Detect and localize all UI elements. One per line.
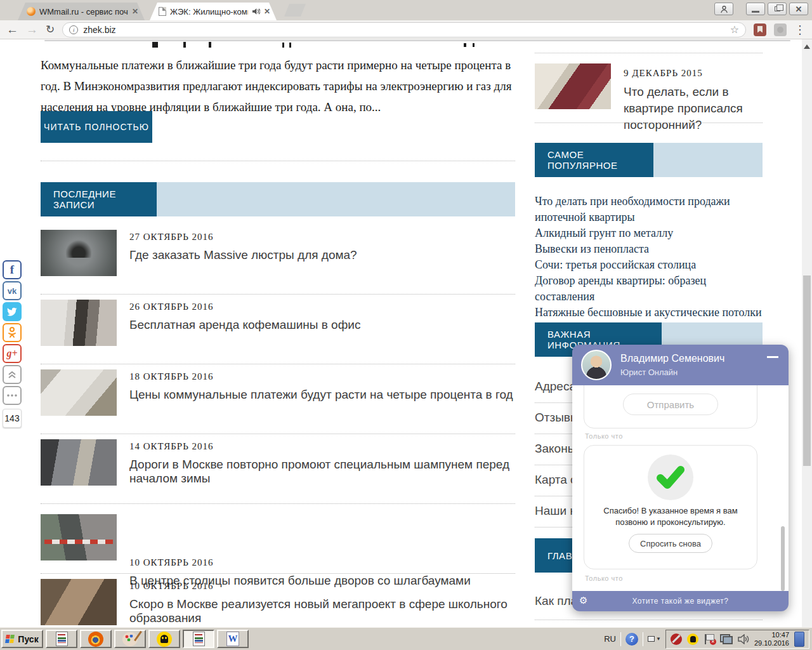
blocked-status-icon[interactable] (671, 633, 682, 645)
twitter-bird-icon (6, 307, 18, 317)
document-icon (56, 632, 68, 646)
tab-wmmail[interactable]: WMmail.ru - сервис почтов ✕ (18, 3, 145, 20)
send-button[interactable]: Отправить (623, 394, 718, 415)
post-thumbnail[interactable] (41, 439, 117, 486)
taskbar-app-document-active[interactable] (183, 630, 214, 648)
chat-message: Спасибо! В указанное время я вам позвоню… (594, 505, 747, 528)
volume-icon[interactable] (738, 634, 749, 644)
popular-link[interactable]: Натяжные бесшовные и акустические потолк… (535, 305, 763, 321)
language-indicator[interactable]: RU (604, 634, 616, 644)
consultant-name: Владимир Семенович (620, 353, 724, 364)
restore-button[interactable] (768, 3, 787, 15)
chat-footer: ⚙ Хотите такой же виджет? (572, 591, 789, 611)
taskbar-app-cyberghost[interactable] (148, 630, 180, 648)
vk-share-button[interactable]: vk (3, 281, 22, 300)
page-scrollbar[interactable] (802, 39, 812, 627)
post-thumbnail[interactable] (41, 579, 117, 625)
tab-close-icon[interactable]: ✕ (132, 7, 138, 16)
post-title-link[interactable]: Скоро в Москве реализуется новый мегапро… (129, 597, 515, 625)
popular-link[interactable]: Сочи: третья российская столица (535, 257, 763, 273)
post-row[interactable]: 27 ОКТЯБРЬ 2016 Где заказать Massive люс… (41, 225, 515, 295)
tray-time: 10:47 (754, 631, 789, 639)
tab-zhek[interactable]: ЖЭК: Жилищно-комму ✕ (150, 3, 277, 20)
scrollbar-thumb[interactable] (803, 275, 811, 466)
post-date: 10 ОКТЯБРЬ 2016 (129, 555, 515, 568)
popular-header-label: САМОЕ ПОПУЛЯРНОЕ (535, 143, 653, 177)
post-title-link[interactable]: Где заказать Massive люстры для дома? (129, 248, 515, 262)
clipped-heading (289, 43, 291, 48)
scroll-top-button[interactable] (3, 365, 22, 384)
profile-button[interactable] (714, 3, 733, 15)
read-more-button[interactable]: ЧИТАТЬ ПОЛНОСТЬЮ (41, 111, 152, 143)
help-icon[interactable]: ? (625, 633, 638, 646)
featured-thumbnail[interactable] (535, 63, 611, 109)
post-date: 14 ОКТЯБРЬ 2016 (129, 439, 515, 452)
extension-icon-disabled[interactable] (774, 23, 787, 36)
clipped-element-edge (44, 40, 790, 41)
post-thumbnail[interactable] (41, 230, 117, 276)
article-excerpt: Коммунальные платежи в ближайшие три год… (41, 55, 515, 117)
post-row[interactable]: 18 ОКТЯБРЬ 2016 Цены коммунальные платеж… (41, 364, 515, 434)
taskbar-app-document[interactable] (46, 630, 77, 648)
tab-close-icon[interactable]: ✕ (264, 7, 270, 16)
double-chevron-up-icon (8, 371, 16, 378)
back-button[interactable]: ← (6, 23, 18, 36)
popular-link[interactable]: Договор аренды квартиры: образец составл… (535, 273, 763, 305)
divider (620, 632, 621, 646)
popular-link[interactable]: Алкидный грунт по металлу (535, 225, 763, 241)
bookmark-star-icon[interactable]: ☆ (730, 23, 739, 36)
close-button[interactable]: ✕ (789, 3, 808, 15)
featured-title-link[interactable]: Что делать, если в квартире прописался п… (624, 84, 763, 133)
post-row[interactable]: 10 ОКТЯБРЬ 2016 Скоро в Москве реализует… (41, 574, 515, 627)
cyberghost-tray-icon[interactable] (687, 633, 698, 645)
widget-promo-link[interactable]: Хотите такой же виджет? (572, 597, 789, 606)
social-share-bar: f vk g+ 143 (3, 260, 23, 428)
post-row[interactable]: 14 ОКТЯБРЬ 2016 Дороги в Москве повторно… (41, 434, 515, 504)
facebook-share-button[interactable]: f (3, 260, 22, 279)
googleplus-share-button[interactable]: g+ (3, 344, 22, 363)
chat-scrollbar-thumb[interactable] (781, 526, 785, 591)
popular-link[interactable]: Что делать при необходимости продажи ипо… (535, 194, 763, 225)
show-desktop-icon[interactable] (794, 632, 804, 647)
odnoklassniki-share-button[interactable] (3, 323, 22, 342)
taskbar-app-paint[interactable] (114, 630, 146, 648)
browser-menu-icon[interactable]: ⋮ (794, 23, 806, 37)
address-bar[interactable]: i zhek.biz ☆ (62, 22, 746, 37)
featured-post[interactable]: 9 ДЕКАБРЬ 2015 Что делать, если в кварти… (535, 63, 763, 121)
wmmail-favicon-icon (27, 7, 36, 16)
network-icon[interactable] (720, 634, 733, 644)
post-row[interactable]: 26 ОКТЯБРЬ 2016 Бесплатная аренда кофема… (41, 295, 515, 364)
forward-button[interactable]: → (26, 23, 38, 36)
separator (41, 161, 515, 161)
new-tab-button[interactable] (284, 4, 306, 17)
popular-link[interactable]: Вывески из пенопласта (535, 241, 763, 257)
post-date: 10 ОКТЯБРЬ 2016 (129, 579, 515, 592)
post-thumbnail[interactable] (41, 300, 117, 346)
taskbar-app-word[interactable]: W (217, 630, 249, 648)
windows-logo-icon (5, 635, 15, 643)
post-row[interactable]: 10 ОКТЯБРЬ 2016 В центре столицы появитс… (41, 504, 515, 574)
more-share-button[interactable] (3, 386, 22, 405)
post-thumbnail[interactable] (41, 369, 117, 416)
post-date: 18 ОКТЯБРЬ 2016 (129, 369, 515, 382)
security-alert-flag-icon[interactable]: ✕ (704, 633, 715, 645)
post-title-link[interactable]: Цены коммунальные платежи будут расти на… (129, 388, 515, 402)
separator (535, 123, 763, 123)
scrollbar-up-arrow[interactable] (804, 44, 810, 49)
firefox-icon (88, 632, 103, 647)
toolbar-restore-icon[interactable]: ▼ (648, 636, 661, 642)
post-title-link[interactable]: Дороги в Москве повторно промоют специал… (129, 458, 515, 486)
reload-button[interactable]: ↻ (46, 23, 55, 36)
extension-icon[interactable] (754, 23, 766, 36)
page-info-icon[interactable]: i (69, 25, 78, 34)
post-thumbnail[interactable] (41, 514, 117, 560)
post-title-link[interactable]: Бесплатная аренда кофемашины в офис (129, 318, 515, 332)
minimize-button[interactable] (746, 3, 765, 15)
chat-minimize-icon[interactable] (767, 356, 778, 358)
taskbar-app-firefox[interactable] (80, 630, 112, 648)
tab-audio-icon[interactable] (252, 8, 260, 15)
start-button[interactable]: Пуск (1, 630, 43, 648)
ask-again-button[interactable]: Спросить снова (629, 534, 712, 553)
word-icon: W (226, 632, 239, 646)
twitter-share-button[interactable] (3, 302, 22, 321)
